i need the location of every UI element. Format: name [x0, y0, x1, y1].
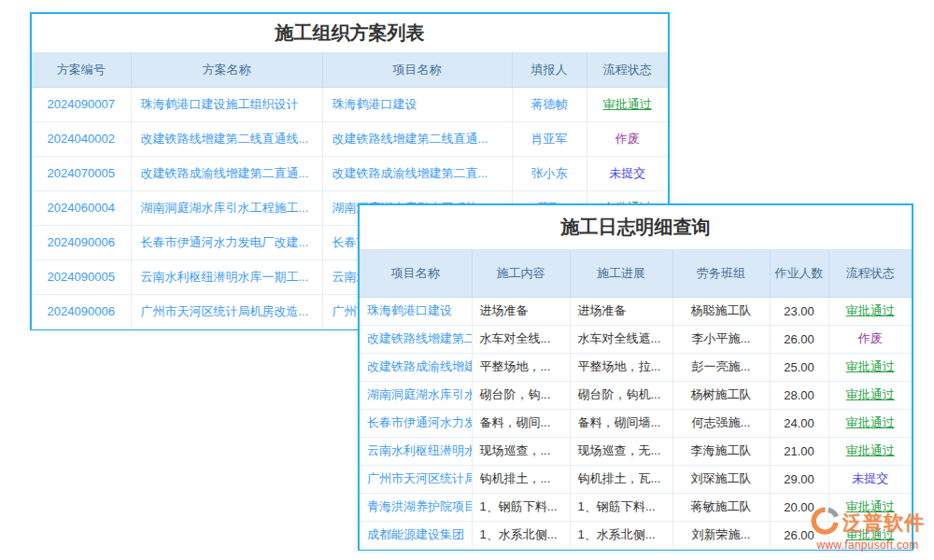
table-row[interactable]: 湖南洞庭湖水库引水砌台阶，钩...砌台阶，钩机...杨树施工队28.00审批通过	[360, 381, 912, 409]
table-row[interactable]: 云南水利枢纽潜明水现场巡查，...现场巡查，无...李海施工队21.00审批通过	[360, 437, 912, 465]
cell-content: 1、水系北侧...	[472, 521, 570, 549]
cell-id: 2024040002	[32, 121, 131, 156]
cell-project: 云南水利枢纽潜明水	[360, 437, 472, 465]
col-header-status: 流程状态	[587, 53, 668, 87]
cell-content: 1、钢筋下料...	[472, 493, 570, 521]
col-header-project-name: 项目名称	[360, 250, 472, 297]
plan-list-title: 施工组织方案列表	[32, 14, 668, 53]
cell-status[interactable]: 审批通过	[828, 493, 912, 521]
plan-table-header-row: 方案编号 方案名称 项目名称 填报人 流程状态	[32, 53, 668, 87]
cell-name: 长春市伊通河水力发电厂改建...	[131, 225, 322, 259]
cell-name: 广州市天河区统计局机房改造...	[131, 294, 322, 329]
cell-project: 珠海鹤港口建设	[322, 87, 512, 121]
table-row[interactable]: 青海洪湖养护院项目1、钢筋下料...1、钢筋下料...蒋敏施工队20.00审批通…	[360, 493, 912, 521]
table-row[interactable]: 珠海鹤港口建设进场准备进场准备杨聪施工队23.00审批通过	[360, 297, 912, 325]
cell-workers: 26.00	[770, 521, 828, 549]
cell-progress: 1、水系北侧...	[570, 521, 672, 549]
table-row[interactable]: 成都能源建设集团1、水系北侧...1、水系北侧...刘新荣施...26.00审批…	[360, 521, 912, 549]
cell-progress: 水车对全线遮...	[570, 325, 672, 353]
table-row[interactable]: 2024090007珠海鹤港口建设施工组织设计珠海鹤港口建设蒋德帧审批通过	[32, 87, 668, 121]
cell-reporter: 肖亚军	[512, 121, 587, 156]
cell-name: 珠海鹤港口建设施工组织设计	[131, 87, 322, 121]
cell-project: 改建铁路成渝线增建	[360, 353, 472, 381]
cell-project: 长春市伊通河水力发	[360, 409, 472, 437]
cell-name: 改建铁路成渝线增建第二直通...	[131, 156, 322, 190]
cell-status[interactable]: 审批通过	[828, 381, 912, 409]
cell-status[interactable]: 审批通过	[828, 353, 912, 381]
cell-team: 杨树施工队	[672, 381, 770, 409]
cell-id: 2024090005	[32, 259, 131, 294]
cell-reporter: 蒋德帧	[512, 87, 587, 121]
cell-content: 钩机排土，...	[472, 465, 570, 493]
col-header-plan-id: 方案编号	[32, 53, 131, 87]
cell-progress: 砌台阶，钩机...	[570, 381, 672, 409]
cell-content: 平整场地，...	[472, 353, 570, 381]
log-table-body: 珠海鹤港口建设进场准备进场准备杨聪施工队23.00审批通过改建铁路线增建第二线水…	[360, 297, 912, 549]
table-row[interactable]: 改建铁路成渝线增建平整场地，...平整场地，拉...彭一亮施...25.00审批…	[360, 353, 912, 381]
cell-content: 水车对全线...	[472, 325, 570, 353]
col-header-worker-count: 作业人数	[770, 250, 828, 297]
cell-name: 湖南洞庭湖水库引水工程施工...	[131, 190, 322, 225]
cell-id: 2024070005	[32, 156, 131, 190]
cell-content: 砌台阶，钩...	[472, 381, 570, 409]
cell-status[interactable]: 作废	[828, 325, 912, 353]
cell-project: 改建铁路成渝线增建第二直...	[322, 156, 512, 190]
cell-id: 2024090006	[32, 225, 131, 259]
cell-status[interactable]: 作废	[587, 121, 668, 156]
col-header-plan-name: 方案名称	[131, 53, 322, 87]
log-query-title: 施工日志明细查询	[360, 205, 912, 250]
cell-project: 广州市天河区统计局	[360, 465, 472, 493]
cell-status[interactable]: 审批通过	[828, 409, 912, 437]
cell-id: 2024060004	[32, 190, 131, 225]
cell-project: 青海洪湖养护院项目	[360, 493, 472, 521]
cell-project: 改建铁路线增建第二线直通...	[322, 121, 512, 156]
col-header-reporter: 填报人	[512, 53, 587, 87]
cell-content: 现场巡查，...	[472, 437, 570, 465]
cell-id: 2024090006	[32, 294, 131, 329]
cell-workers: 26.00	[770, 325, 828, 353]
cell-status[interactable]: 审批通过	[587, 87, 668, 121]
cell-workers: 28.00	[770, 381, 828, 409]
col-header-labor-team: 劳务班组	[672, 250, 770, 297]
table-row[interactable]: 2024070005改建铁路成渝线增建第二直通...改建铁路成渝线增建第二直..…	[32, 156, 668, 190]
cell-progress: 备料，砌间墙...	[570, 409, 672, 437]
cell-progress: 平整场地，拉...	[570, 353, 672, 381]
cell-progress: 进场准备	[570, 297, 672, 325]
cell-project: 成都能源建设集团	[360, 521, 472, 549]
cell-content: 进场准备	[472, 297, 570, 325]
cell-progress: 钩机排土，瓦...	[570, 465, 672, 493]
cell-workers: 23.00	[770, 297, 828, 325]
cell-project: 珠海鹤港口建设	[360, 297, 472, 325]
log-table-header-row: 项目名称 施工内容 施工进展 劳务班组 作业人数 流程状态	[360, 250, 912, 297]
table-row[interactable]: 长春市伊通河水力发备料，砌间...备料，砌间墙...何志强施...24.00审批…	[360, 409, 912, 437]
cell-reporter: 张小东	[512, 156, 587, 190]
cell-name: 云南水利枢纽潜明水库一期工...	[131, 259, 322, 294]
cell-name: 改建铁路线增建第二线直通线...	[131, 121, 322, 156]
cell-content: 备料，砌间...	[472, 409, 570, 437]
cell-status[interactable]: 未提交	[587, 156, 668, 190]
cell-workers: 25.00	[770, 353, 828, 381]
log-query-panel: 施工日志明细查询 项目名称 施工内容 施工进展 劳务班组 作业人数 流程状态 珠…	[358, 203, 913, 551]
cell-status[interactable]: 审批通过	[828, 297, 912, 325]
cell-team: 刘琛施工队	[672, 465, 770, 493]
cell-status[interactable]: 未提交	[828, 465, 912, 493]
cell-team: 李海施工队	[672, 437, 770, 465]
cell-team: 何志强施...	[672, 409, 770, 437]
cell-workers: 20.00	[770, 493, 828, 521]
cell-progress: 现场巡查，无...	[570, 437, 672, 465]
table-row[interactable]: 2024040002改建铁路线增建第二线直通线...改建铁路线增建第二线直通..…	[32, 121, 668, 156]
table-row[interactable]: 广州市天河区统计局钩机排土，...钩机排土，瓦...刘琛施工队29.00未提交	[360, 465, 912, 493]
cell-team: 彭一亮施...	[672, 353, 770, 381]
log-query-table: 项目名称 施工内容 施工进展 劳务班组 作业人数 流程状态 珠海鹤港口建设进场准…	[360, 250, 912, 550]
cell-workers: 29.00	[770, 465, 828, 493]
cell-workers: 21.00	[770, 437, 828, 465]
cell-status[interactable]: 审批通过	[828, 437, 912, 465]
cell-team: 蒋敏施工队	[672, 493, 770, 521]
cell-status[interactable]: 审批通过	[828, 521, 912, 549]
cell-project: 改建铁路线增建第二线	[360, 325, 472, 353]
cell-workers: 24.00	[770, 409, 828, 437]
cell-team: 杨聪施工队	[672, 297, 770, 325]
cell-team: 李小平施...	[672, 325, 770, 353]
col-header-status: 流程状态	[828, 250, 912, 297]
table-row[interactable]: 改建铁路线增建第二线水车对全线...水车对全线遮...李小平施...26.00作…	[360, 325, 912, 353]
